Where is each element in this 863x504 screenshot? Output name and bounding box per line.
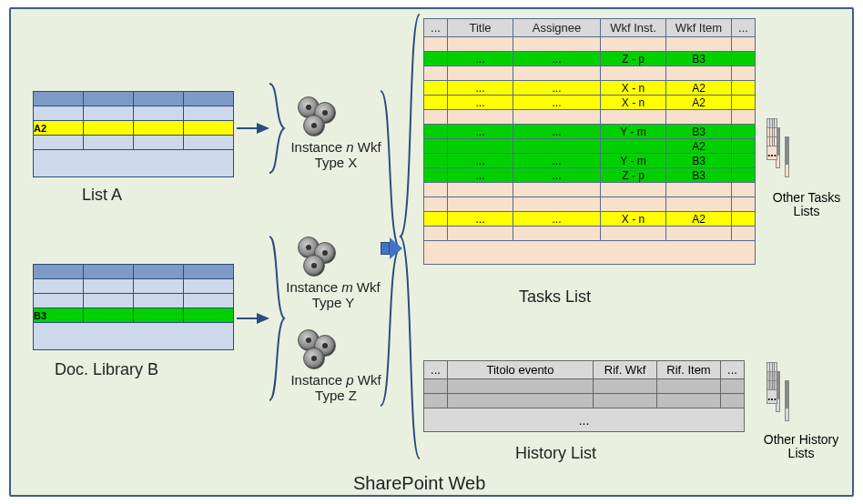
tasks-row [424,183,756,197]
tasks-row [424,66,756,81]
tasks-row [424,110,756,125]
tasks-row [424,197,756,212]
history-list-caption: History List [515,444,596,463]
list-b-highlight-cell: B3 [34,308,84,323]
instance-m-caption: Instance m WkfType Y [279,280,388,310]
tasks-row: ......X - nA2 [424,212,756,227]
gears-icon-m [298,237,338,277]
tasks-row: ......Z - pB3 [424,168,756,183]
instance-p-caption: Instance p WkfType Z [281,373,391,403]
gears-icon-p [298,329,338,369]
tasks-header-row: ... Title Assignee Wkf Inst. Wkf Item ..… [424,19,756,37]
tasks-row: ......Y - mB3 [424,154,756,168]
tasks-row: ......Y - mB3 [424,125,756,139]
diagram-canvas: A2 List A Instance n WkfType X B3 Doc. L… [0,0,863,504]
tasks-row [424,227,756,241]
tasks-row: ......Z - pB3 [424,52,756,66]
history-ellipsis: ... [424,408,745,432]
instance-n-caption: Instance n WkfType X [281,140,391,170]
doc-library-b-caption: Doc. Library B [55,360,158,379]
list-a-caption: List A [82,186,122,205]
doc-library-b-table: B3 [33,264,234,350]
list-a-highlight-cell: A2 [34,121,84,136]
tasks-row [424,37,756,52]
tasks-list-caption: Tasks List [519,287,591,307]
other-history-caption: Other History Lists [756,433,847,461]
tasks-row: ......X - nA2 [424,81,756,96]
brace-lists [401,15,422,459]
connector-b-line [237,318,257,319]
history-list-table: ... Titolo evento Rif. Wkf Rif. Item ...… [423,360,745,432]
tasks-row: ......X - nA2 [424,96,756,110]
connector-a-line [237,127,257,129]
other-tasks-caption: Other Tasks Lists [761,191,852,219]
list-a-table: A2 [33,91,234,177]
gears-icon-n [298,96,338,136]
tasks-row: A2 [424,139,756,154]
sharepoint-web-caption: SharePoint Web [353,473,485,494]
tasks-list-table: ... Title Assignee Wkf Inst. Wkf Item ..… [423,18,756,265]
